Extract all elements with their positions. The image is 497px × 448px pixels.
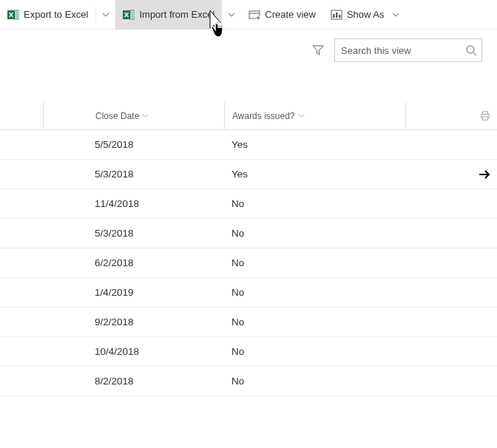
search-input[interactable] (341, 45, 465, 56)
cell-close-date: 11/4/2018 (43, 198, 224, 209)
cell-awards-issued: No (224, 346, 405, 357)
show-as-label: Show As (347, 9, 385, 20)
import-from-excel-button[interactable]: Import from Excel (115, 0, 222, 30)
cell-close-date: 1/4/2019 (43, 287, 224, 298)
table-row[interactable]: 5/5/2018Yes (0, 130, 497, 160)
cell-close-date: 10/4/2018 (43, 346, 224, 357)
table-row[interactable]: 5/3/2018Yes (0, 160, 497, 189)
svg-rect-18 (333, 14, 335, 18)
table-row[interactable]: 5/3/2018No (0, 219, 497, 248)
cell-awards-issued: No (224, 228, 405, 239)
export-to-excel-button[interactable]: Export to Excel (0, 0, 95, 30)
cell-action[interactable] (405, 168, 497, 181)
command-bar: Export to Excel Import from Excel Create… (0, 0, 497, 30)
export-label: Export to Excel (24, 9, 88, 20)
svg-rect-19 (336, 13, 338, 18)
svg-line-22 (473, 52, 476, 55)
cell-awards-issued: No (224, 316, 405, 327)
table-row[interactable]: 6/2/2018No (0, 248, 497, 278)
show-as-button[interactable]: Show As (323, 0, 407, 30)
cell-close-date: 6/2/2018 (43, 257, 224, 268)
col-awards-label: Awards issued? (232, 111, 295, 121)
export-dropdown[interactable] (96, 0, 115, 30)
import-label: Import from Excel (139, 9, 214, 20)
table-row[interactable]: 9/2/2018No (0, 308, 497, 337)
cell-close-date: 5/5/2018 (43, 139, 224, 150)
cell-awards-issued: Yes (224, 169, 405, 180)
table-row[interactable]: 11/4/2018No (0, 189, 497, 219)
chevron-down-icon (142, 112, 149, 119)
cell-awards-issued: No (224, 376, 405, 387)
table-row[interactable]: 8/2/2018No (0, 367, 497, 396)
create-view-button[interactable]: Create view (241, 0, 323, 30)
column-awards-issued[interactable]: Awards issued? (224, 102, 405, 129)
table-row[interactable]: 10/4/2018No (0, 337, 497, 367)
cell-close-date: 5/3/2018 (43, 228, 224, 239)
chevron-down-icon (298, 112, 305, 119)
col-close-label: Close Date (95, 111, 139, 121)
create-view-icon (248, 9, 260, 21)
arrow-right-icon[interactable] (478, 168, 491, 181)
search-row (0, 30, 497, 71)
table-row[interactable]: 1/4/2019No (0, 278, 497, 308)
svg-rect-25 (483, 116, 488, 119)
cell-close-date: 5/3/2018 (43, 169, 224, 180)
create-view-label: Create view (265, 9, 316, 20)
chevron-down-icon (392, 11, 399, 18)
chevron-down-icon (228, 11, 235, 18)
column-close-date[interactable]: Close Date (43, 102, 224, 129)
svg-point-21 (467, 46, 474, 53)
grid-header: Close Date Awards issued? (0, 102, 497, 130)
svg-rect-20 (339, 15, 341, 18)
cell-awards-issued: No (224, 198, 405, 209)
excel-icon (7, 9, 19, 21)
svg-rect-23 (483, 111, 488, 114)
cell-awards-issued: No (224, 287, 405, 298)
grid-body: 5/5/2018Yes5/3/2018Yes11/4/2018No5/3/201… (0, 130, 497, 396)
show-as-icon (331, 9, 342, 21)
excel-icon (123, 9, 135, 21)
cell-close-date: 8/2/2018 (43, 376, 224, 387)
print-icon[interactable] (479, 111, 491, 121)
cell-close-date: 9/2/2018 (43, 316, 224, 327)
chevron-down-icon (102, 11, 109, 18)
import-dropdown[interactable] (222, 0, 241, 30)
filter-icon[interactable] (312, 44, 324, 56)
cell-awards-issued: No (224, 257, 405, 268)
search-box[interactable] (334, 38, 482, 62)
cell-awards-issued: Yes (224, 139, 405, 150)
column-actions (405, 102, 497, 129)
search-icon[interactable] (465, 44, 477, 56)
